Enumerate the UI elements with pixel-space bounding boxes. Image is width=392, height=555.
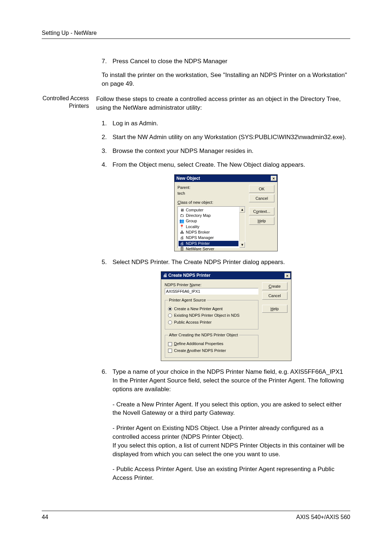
- printer-name-label: NDPS Printer Name:: [165, 282, 258, 288]
- list-item-selected: 🖨NDPS Printer: [179, 241, 238, 246]
- scroll-down-icon[interactable]: ▼: [240, 242, 245, 248]
- cancel-button[interactable]: Cancel: [262, 292, 287, 300]
- listbox-scrollbar[interactable]: ▲ ▼: [239, 207, 245, 248]
- dialog-title: New Object: [176, 175, 200, 182]
- step-text: Start the NW Admin utility on any Workst…: [113, 133, 350, 142]
- page-header: Setting Up - NetWare: [42, 29, 350, 39]
- scroll-up-icon[interactable]: ▲: [240, 207, 245, 212]
- help-button[interactable]: Help: [249, 217, 274, 225]
- step-1: 1. Log in as Admin.: [102, 119, 350, 128]
- list-item: 📍Locality: [179, 224, 238, 230]
- list-item: 👥Group: [179, 218, 238, 224]
- controlled-access-section: Controlled Access Printers Follow these …: [42, 95, 350, 112]
- step-number: 7.: [102, 57, 113, 66]
- dialog-title: Create NDPS Printer: [168, 273, 211, 278]
- option-existing-b: If you select this option, a list of cur…: [113, 441, 350, 459]
- broker-icon: 🖧: [179, 230, 184, 235]
- class-listbox[interactable]: 🖥Computer 🗀Directory Map 👥Group 📍Localit…: [177, 206, 245, 248]
- create-button[interactable]: Create: [262, 282, 287, 290]
- step-2: 2. Start the NW Admin utility on any Wor…: [102, 133, 350, 142]
- list-item: 🗀Directory Map: [179, 213, 238, 218]
- radio-create-new[interactable]: Create a New Printer Agent: [168, 306, 255, 312]
- step-number: 5.: [102, 258, 113, 267]
- manager-icon: 🖨: [179, 235, 184, 240]
- dialog-titlebar[interactable]: 🖨 Create NDPS Printer ×: [161, 272, 291, 279]
- check-define-props[interactable]: Define Additional Properties: [168, 341, 255, 347]
- printer-agent-source-group: Printer Agent Source Create a New Printe…: [165, 297, 258, 330]
- controlled-intro: Follow these steps to create a controlle…: [96, 95, 350, 112]
- page-footer: 44 AXIS 540+/AXIS 560: [42, 511, 350, 521]
- page-number: 44: [42, 513, 48, 521]
- printer-icon: 🖨: [163, 273, 167, 278]
- install-note: To install the printer on the workstatio…: [102, 71, 350, 88]
- context-button[interactable]: Context...: [249, 207, 274, 215]
- step-4: 4. From the Object menu, select Create. …: [102, 161, 350, 169]
- step-text: Log in as Admin.: [113, 119, 350, 128]
- step-number: 1.: [102, 119, 113, 128]
- option-create-new: - Create a New Printer Agent. If you sel…: [113, 400, 350, 418]
- dialog-new-object: New Object × Parent: tech Class of new o…: [174, 174, 278, 251]
- section-heading: Setting Up - NetWare: [42, 29, 97, 37]
- dialog-new-object-container: New Object × Parent: tech Class of new o…: [102, 174, 350, 251]
- group-legend: Printer Agent Source: [168, 297, 207, 303]
- controlled-steps: 1. Log in as Admin. 2. Start the NW Admi…: [102, 119, 350, 489]
- step-text: Browse the context your NDPS Manager res…: [113, 147, 350, 155]
- list-item: 🗄NetWare Server: [179, 246, 238, 252]
- dialog-create-ndps: 🖨 Create NDPS Printer × NDPS Printer Nam…: [161, 271, 291, 361]
- doc-title: AXIS 540+/AXIS 560: [296, 513, 350, 521]
- close-icon[interactable]: ×: [285, 273, 290, 278]
- step-text: From the Object menu, select Create. The…: [113, 161, 350, 169]
- step-7: 7. Press Cancel to close the NDPS Manage…: [102, 57, 350, 66]
- step-text: Select NDPS Printer. The Create NDPS Pri…: [113, 258, 350, 267]
- ok-button[interactable]: OK: [249, 185, 274, 193]
- dialog-create-ndps-container: 🖨 Create NDPS Printer × NDPS Printer Nam…: [102, 271, 350, 361]
- computer-icon: 🖥: [179, 207, 184, 212]
- after-creating-group: After Creating the NDPS Printer Object D…: [165, 332, 258, 358]
- step6-line-a: Type a name of your choice in the NDPS P…: [113, 368, 350, 376]
- step-6: 6. Type a name of your choice in the NDP…: [102, 368, 350, 489]
- option-public: - Public Access Printer Agent. Use an ex…: [113, 465, 350, 482]
- intro-block: 7. Press Cancel to close the NDPS Manage…: [102, 57, 350, 88]
- step6-line-b: In the Printer Agent Source field, selec…: [113, 376, 350, 394]
- printer-name-input[interactable]: AXIS5FF6A6_IPX1: [165, 288, 258, 295]
- step-3: 3. Browse the context your NDPS Manager …: [102, 147, 350, 155]
- step-text: Press Cancel to close the NDPS Manager: [113, 57, 350, 66]
- step-number: 3.: [102, 147, 113, 155]
- class-label: Class of new object:: [177, 200, 245, 205]
- option-existing-a: - Printer Agent on Existing NDS Object. …: [113, 424, 350, 441]
- sidebar-line2: Printers: [42, 102, 89, 110]
- server-icon: 🗄: [179, 247, 184, 252]
- list-item: 🖨NDPS Manager: [179, 235, 238, 240]
- dialog-titlebar[interactable]: New Object ×: [175, 175, 277, 182]
- map-icon: 🗀: [179, 213, 184, 218]
- close-icon[interactable]: ×: [271, 176, 277, 181]
- parent-label: Parent:: [177, 185, 245, 190]
- step-number: 4.: [102, 161, 113, 169]
- radio-public-access[interactable]: Public Access Printer: [168, 320, 255, 325]
- printer-icon: 🖨: [179, 241, 184, 246]
- list-item: 🖥Computer: [179, 207, 238, 213]
- check-create-another[interactable]: Create Another NDPS Printer: [168, 348, 255, 353]
- parent-value: tech: [177, 191, 245, 196]
- sidebar-label: Controlled Access Printers: [42, 95, 96, 110]
- step-text: Type a name of your choice in the NDPS P…: [113, 368, 350, 489]
- group-icon: 👥: [179, 219, 184, 224]
- sidebar-line1: Controlled Access: [42, 95, 89, 102]
- step-5: 5. Select NDPS Printer. The Create NDPS …: [102, 258, 350, 267]
- step-number: 2.: [102, 133, 113, 142]
- group-legend: After Creating the NDPS Printer Object: [168, 332, 239, 338]
- radio-existing-nds[interactable]: Existing NDPS Printer Object in NDS: [168, 313, 255, 318]
- cancel-button[interactable]: Cancel: [249, 194, 274, 202]
- locality-icon: 📍: [179, 224, 184, 229]
- list-item: 🖧NDPS Broker: [179, 230, 238, 235]
- help-button[interactable]: Help: [262, 305, 287, 313]
- step-number: 6.: [102, 368, 113, 489]
